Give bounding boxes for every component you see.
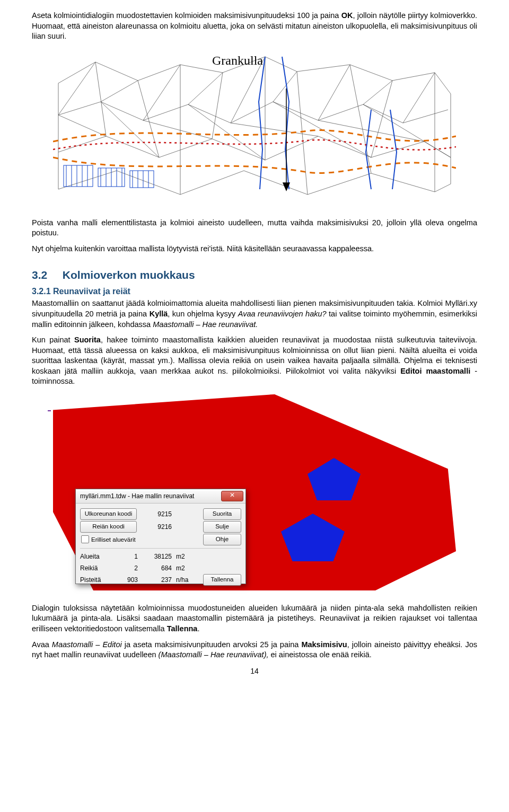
section-title: Kolmioverkon muokkaus [63, 269, 195, 281]
paragraph: Avaa Maastomalli – Editoi ja aseta maksi… [32, 640, 477, 660]
tallenna-button[interactable]: Tallenna [203, 574, 241, 586]
stat-value: 38125 [140, 553, 172, 560]
paragraph: Kun painat Suorita, hakee toiminto maast… [32, 335, 477, 387]
paragraph: Maastomalliin on saattanut jäädä kolmioi… [32, 298, 477, 330]
paragraph: Dialogin tuloksissa näytetään kolmioinni… [32, 603, 477, 634]
text: Maastomalliin on saattanut jäädä kolmioi… [32, 299, 477, 328]
text: Avaa Maastomalli – Editoi ja aseta maksi… [32, 640, 477, 659]
stat-label: Reikiä [80, 564, 109, 572]
stat-value: 903 [111, 576, 138, 584]
figure-label: Grankulla [212, 54, 263, 68]
svg-rect-0 [64, 165, 93, 187]
paragraph: Nyt ohjelma kuitenkin varoittaa mallista… [32, 244, 477, 254]
ulkoreunan-koodi-value: 9215 [140, 510, 172, 518]
stat-unit: n/ha [174, 576, 195, 584]
page-number: 14 [32, 667, 477, 675]
text: Dialogin tuloksissa näytetään kolmioinni… [32, 604, 477, 633]
mesh-svg [53, 51, 456, 205]
suorita-button[interactable]: Suorita [203, 508, 241, 520]
stat-value: 1 [111, 553, 138, 560]
svg-rect-2 [130, 171, 154, 188]
reian-koodi-value: 9216 [140, 523, 172, 531]
checkbox-label: Erilliset aluevärit [91, 536, 136, 543]
dialog-title: mylläri.mm1.tdw - Hae mallin reunaviivat [80, 492, 221, 500]
figure-mesh: Grankulla [53, 51, 456, 205]
dialog-titlebar[interactable]: mylläri.mm1.tdw - Hae mallin reunaviivat… [76, 489, 245, 504]
subsection-heading: 3.2.1 Reunaviivat ja reiät [32, 287, 477, 296]
paragraph: Aseta kolmiointidialogiin muodostettavie… [32, 11, 477, 42]
section-heading: 3.2 Kolmioverkon muokkaus [32, 269, 477, 281]
stat-unit: m2 [174, 564, 195, 572]
stat-label: Pisteitä [80, 576, 109, 584]
text: Kun painat Suorita, hakee toiminto maast… [32, 336, 477, 385]
paragraph: Poista vanha malli elementtilistasta ja … [32, 218, 477, 239]
ohje-button[interactable]: Ohje [203, 534, 241, 545]
dialog-hae-reunaviivat: mylläri.mm1.tdw - Hae mallin reunaviivat… [75, 489, 246, 584]
stat-value: 2 [111, 564, 138, 572]
stat-value: 237 [140, 576, 172, 584]
close-icon[interactable]: ✕ [221, 491, 243, 501]
reian-koodi-button[interactable]: Reiän koodi [80, 521, 137, 533]
text: Aseta kolmiointidialogiin muodostettavie… [32, 11, 477, 40]
sulje-button[interactable]: Sulje [203, 521, 241, 533]
ulkoreunan-koodi-button[interactable]: Ulkoreunan koodi [80, 508, 137, 520]
stat-value: 684 [140, 564, 172, 572]
checkbox-box [81, 535, 89, 543]
stat-label: Alueita [80, 553, 109, 560]
stat-unit: m2 [174, 553, 195, 560]
erilliset-aluevarit-checkbox[interactable]: Erilliset aluevärit [80, 534, 137, 545]
figure-holes: mylläri.mm1.tdw - Hae mallin reunaviivat… [53, 394, 456, 590]
section-number: 3.2 [32, 269, 59, 281]
